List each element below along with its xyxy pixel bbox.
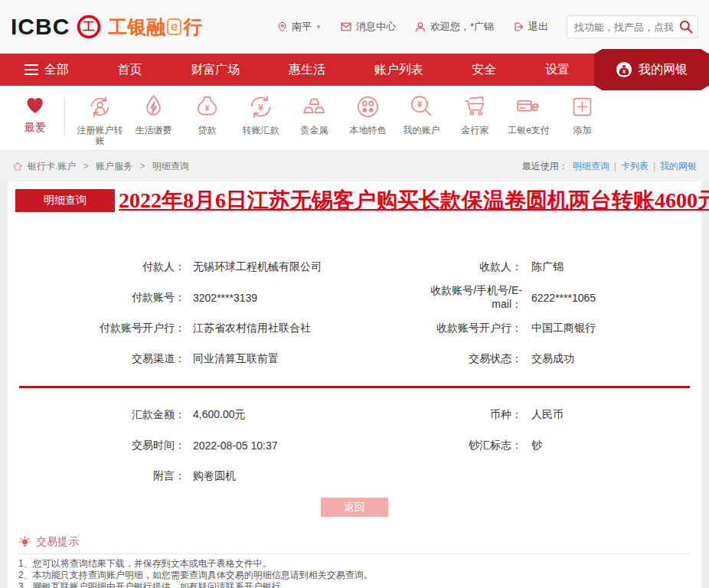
location-selector[interactable]: 南平 ▼ (276, 20, 322, 34)
icbc-logo: ICBC 工 工银融e行 (11, 13, 202, 41)
detail-row-account: 付款账号： 3202****3139 收款账号/手机号/E-mail： 6222… (8, 283, 701, 313)
quick-item-transfer-remit[interactable]: ¥ 转账汇款 (235, 93, 286, 136)
detail-row-payer: 付款人： 无锡环球工程机械有限公司 收款人： 陈广锦 (8, 252, 701, 283)
field-value: 3202****3139 (185, 292, 415, 304)
brand-suffix: 行 (183, 15, 202, 40)
precious-metal-icon (300, 93, 328, 121)
life-payment-icon (139, 93, 168, 121)
back-button[interactable]: 返回 (321, 498, 388, 517)
quick-item-add[interactable]: 添加 (557, 93, 608, 136)
user-icon (414, 21, 426, 33)
chevron-down-icon: ▼ (315, 24, 322, 31)
recent-link-detail-query[interactable]: 明细查询 (573, 160, 609, 173)
quick-item-label: 工银e支付 (503, 125, 554, 136)
welcome-label: 欢迎您，*广锦 (430, 20, 494, 34)
main-content: 明细查询 2022年8月6日江苏无锡客户购买长款保温卷圆机两台转账4600元 付… (8, 181, 701, 588)
favorites-item[interactable]: 最爱 (11, 93, 60, 135)
quick-item-precious-metal[interactable]: 贵金属 (289, 93, 340, 136)
nav-item-settings[interactable]: 设置 (545, 62, 570, 78)
quick-item-local-feature[interactable]: 本地特色 (342, 93, 394, 136)
tips-title: 交易提示 (36, 535, 79, 549)
search-box (567, 15, 698, 38)
field-value: 购卷圆机 (185, 469, 415, 483)
transaction-details: 付款人： 无锡环球工程机械有限公司 收款人： 陈广锦 付款账号： 3202***… (8, 215, 701, 517)
brand-prefix: 工银融 (108, 15, 165, 40)
field-value: 交易成功 (522, 352, 701, 366)
logout-button[interactable]: 退出 (512, 20, 548, 34)
nav-item-security[interactable]: 安全 (472, 62, 496, 78)
field-value: 2022-08-05 10:37 (185, 439, 415, 452)
svg-text:e: e (531, 98, 539, 114)
nav-label: 安全 (472, 62, 496, 78)
quick-access-bar: 最爱 注册账户转账 生活缴费 ¥ 贷款 ¥ 转账汇款 (0, 86, 709, 151)
quick-item-label: 贵金属 (289, 125, 340, 136)
nav-item-all[interactable]: 全部 (25, 61, 69, 78)
envelope-icon (340, 21, 352, 33)
message-center-link[interactable]: 消息中心 (340, 20, 396, 34)
field-label: 交易状态： (415, 352, 522, 366)
home-icon[interactable] (12, 161, 23, 172)
search-icon[interactable] (678, 19, 694, 34)
tip-line: 2、本功能只支持查询账户明细，如您需要查询具体交易的明细信息请到相关交易查询。 (18, 570, 691, 581)
logout-icon (512, 21, 524, 33)
logout-label: 退出 (528, 20, 548, 34)
svg-text:¥: ¥ (205, 104, 210, 113)
page-title-banner: 明细查询 2022年8月6日江苏无锡客户购买长款保温卷圆机两台转账4600元 (8, 181, 701, 215)
heart-icon (23, 93, 47, 117)
separator: | (653, 161, 655, 172)
breadcrumb-separator: > (83, 161, 89, 172)
field-label: 付款账号开户行： (8, 322, 185, 335)
field-label: 付款账号： (8, 291, 185, 305)
quick-item-life-payment[interactable]: 生活缴费 (128, 93, 179, 136)
field-label: 付款人： (8, 260, 185, 274)
nav-item-my-ebank[interactable]: ¥ 我的网银 (594, 49, 709, 90)
field-value: 6222****1065 (522, 292, 701, 304)
field-value: 中国工商银行 (522, 322, 701, 335)
location-pin-icon (276, 21, 288, 33)
detail-row-bank: 付款账号开户行： 江苏省农村信用社联合社 收款账号开户行： 中国工商银行 (8, 313, 701, 344)
quick-item-label: 贷款 (181, 125, 233, 136)
menu-hamburger-icon (25, 61, 38, 78)
nav-label: 惠生活 (289, 62, 325, 78)
nav-item-life[interactable]: 惠生活 (289, 62, 325, 78)
field-value: 无锡环球工程机械有限公司 (185, 260, 415, 274)
message-center-label: 消息中心 (356, 20, 396, 34)
quick-item-my-account[interactable]: ¥ 我的账户 (396, 93, 447, 136)
nav-label: 首页 (118, 62, 142, 78)
field-value: 陈广锦 (522, 260, 701, 274)
lightbulb-icon (18, 536, 31, 549)
nav-label: 财富广场 (191, 62, 240, 78)
welcome-user[interactable]: 欢迎您，*广锦 (414, 20, 494, 34)
detail-query-tab[interactable]: 明细查询 (15, 189, 115, 212)
field-value: 钞 (522, 439, 701, 452)
field-label: 附言： (8, 469, 185, 483)
quick-item-register-transfer[interactable]: 注册账户转账 (74, 93, 126, 146)
icbc-epay-icon: e (515, 93, 543, 121)
quick-item-label: 添加 (557, 125, 608, 136)
recent-link-my-ebank[interactable]: 我的网银 (660, 160, 697, 173)
quick-item-label: 本地特色 (342, 125, 394, 136)
svg-text:工: 工 (83, 20, 95, 33)
nav-item-home[interactable]: 首页 (118, 62, 142, 78)
quick-item-label: 我的账户 (396, 125, 447, 136)
nav-item-account-list[interactable]: 账户列表 (374, 62, 423, 78)
recent-link-card-list[interactable]: 卡列表 (621, 160, 649, 173)
field-label: 收款人： (415, 260, 522, 274)
section-divider (19, 386, 690, 388)
nav-label: 设置 (545, 62, 570, 78)
detail-row-amount-currency: 汇款金额： 4,600.00元 币种： 人民币 (8, 400, 701, 430)
field-label: 收款账号开户行： (415, 322, 522, 335)
icbc-logo-text: ICBC (11, 14, 70, 40)
field-label: 交易时间： (8, 439, 185, 452)
add-icon (568, 93, 596, 121)
nav-item-wealth-plaza[interactable]: 财富广场 (191, 62, 240, 78)
quick-item-epay[interactable]: e 工银e支付 (503, 93, 554, 136)
quick-item-loan[interactable]: ¥ 贷款 (181, 93, 233, 136)
quick-item-gold-expert[interactable]: 金行家 (449, 93, 501, 136)
breadcrumb-part[interactable]: 账户服务 (96, 161, 132, 172)
detail-row-channel-status: 交易渠道： 同业清算互联前置 交易状态： 交易成功 (8, 344, 701, 374)
detail-row-memo: 附言： 购卷圆机 (8, 461, 701, 492)
field-value: 同业清算互联前置 (185, 352, 415, 366)
quick-item-label: 转账汇款 (235, 125, 286, 136)
breadcrumb-part[interactable]: 银行卡.账户 (28, 161, 76, 172)
